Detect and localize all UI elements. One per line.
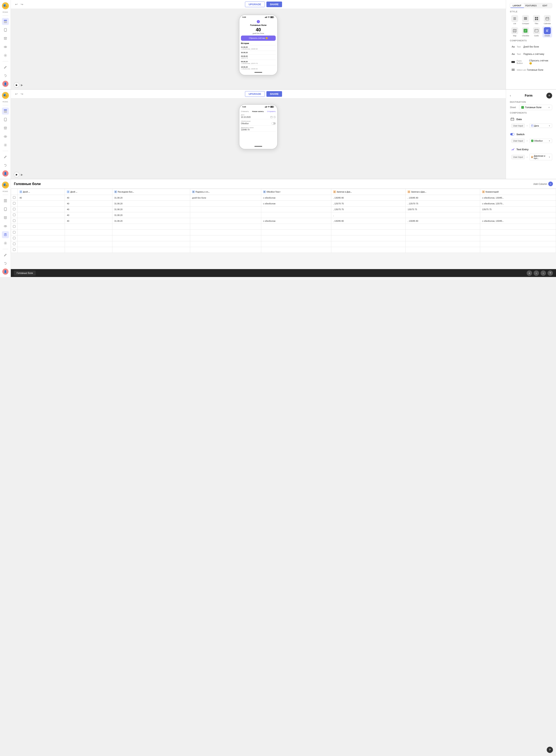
prev-page-button[interactable]: ‹ [533, 270, 539, 276]
user-avatar2[interactable]: 🎭 [2, 92, 9, 99]
tab-label[interactable]: Головные боли [14, 271, 36, 276]
upgrade-button2[interactable]: UPGRADE [245, 91, 265, 97]
cell-6-0[interactable] [18, 230, 65, 235]
col-days2[interactable]: # Дней ... [65, 189, 112, 195]
component-item-3[interactable]: Inline List Головные боли [510, 66, 552, 73]
tab-features1[interactable]: FEATURES [524, 3, 538, 8]
cell-1-0[interactable] [18, 201, 65, 206]
cell-9-4[interactable] [261, 247, 331, 253]
cell-1-2[interactable]: 31.08.20 [112, 201, 190, 206]
sidebar-icon-undo3[interactable] [2, 260, 9, 267]
cell-1-3[interactable] [190, 201, 261, 206]
cell-8-6[interactable] [406, 241, 480, 247]
cell-0-1[interactable]: 40 [65, 195, 112, 201]
cell-4-7[interactable]: с обезболом, 130/85... [480, 218, 556, 224]
row-checkbox-8[interactable] [11, 241, 18, 247]
sidebar-icon-pen3[interactable] [2, 252, 9, 258]
cell-0-3[interactable]: дней без боли [190, 195, 261, 201]
sidebar-icon-pen1[interactable] [2, 64, 9, 71]
table-row[interactable] [11, 247, 556, 253]
cell-7-3[interactable] [190, 235, 261, 241]
cell-4-3[interactable] [190, 218, 261, 224]
cell-5-4[interactable] [261, 224, 331, 230]
redo-button2[interactable]: ↪ [20, 92, 24, 96]
sidebar-icon-eye1[interactable] [2, 43, 9, 51]
cell-0-2[interactable]: 31.08.20 [112, 195, 190, 201]
cell-3-0[interactable] [18, 212, 65, 218]
col-comment[interactable]: A Комментарий [480, 189, 556, 195]
table-row[interactable]: 4031.08.20с обезболом, 130/85 80, 130/85… [11, 218, 556, 224]
cell-6-6[interactable] [406, 230, 480, 235]
style-compact1[interactable]: Compact [521, 14, 530, 25]
sidebar-icon-table3[interactable] [2, 197, 9, 204]
user-avatar3b[interactable]: 👤 [2, 268, 8, 275]
cell-3-2[interactable]: 31.08.20 [112, 212, 190, 218]
play-button2[interactable]: ▶ [14, 172, 19, 177]
row-checkbox-4[interactable] [11, 218, 18, 224]
cell-6-5[interactable] [331, 230, 406, 235]
table-row[interactable]: 4031.08.20, 135/75 75135/75 75135/75 75 [11, 206, 556, 212]
row-checkbox-0[interactable] [11, 195, 18, 201]
cell-5-2[interactable] [112, 224, 190, 230]
cell-3-6[interactable] [406, 212, 480, 218]
cell-5-7[interactable] [480, 224, 556, 230]
sidebar-icon-phone2[interactable] [2, 116, 9, 123]
cell-2-3[interactable] [190, 206, 261, 212]
play-button1[interactable]: ▶ [14, 82, 19, 88]
table-row[interactable]: 4031.08.20, [11, 212, 556, 218]
sidebar-icon-eye3[interactable] [2, 223, 9, 230]
mini-switch[interactable] [271, 122, 276, 125]
cell-6-3[interactable] [190, 230, 261, 235]
component-item-0[interactable]: Aa Text Дней без боли [510, 43, 552, 50]
cell-8-3[interactable] [190, 241, 261, 247]
cell-2-1[interactable]: 40 [65, 206, 112, 212]
component-item-1[interactable]: Aa Text Подпись к счётчику [510, 51, 552, 58]
cell-5-1[interactable] [65, 224, 112, 230]
cell-3-7[interactable] [480, 212, 556, 218]
cell-8-0[interactable] [18, 241, 65, 247]
row-checkbox-5[interactable] [11, 224, 18, 230]
cell-8-4[interactable] [261, 241, 331, 247]
sidebar-icon-pen2[interactable] [2, 153, 9, 160]
user-avatar1b[interactable]: 👤 [2, 81, 8, 87]
sidebar-icon-phone3[interactable] [2, 206, 9, 213]
upgrade-button1[interactable]: UPGRADE [245, 2, 265, 7]
cell-7-4[interactable] [261, 235, 331, 241]
cell-2-4[interactable] [261, 206, 331, 212]
cell-1-5[interactable]: , 125/70 75 [331, 201, 406, 206]
cell-0-7[interactable]: с обезболом, 130/85... [480, 195, 556, 201]
add-column-btn[interactable]: Add Column + [533, 182, 553, 186]
cell-0-5[interactable]: , 130/85 80 [331, 195, 406, 201]
next-page-button[interactable]: › [541, 270, 546, 276]
switch-source[interactable]: User Input [511, 139, 525, 143]
cell-0-4[interactable]: с обезболом [261, 195, 331, 201]
cell-0-0[interactable]: 40 [18, 195, 65, 201]
sidebar-icon-undo1[interactable] [2, 72, 9, 79]
cell-5-6[interactable] [406, 224, 480, 230]
cell-3-5[interactable]: , [331, 212, 406, 218]
form-cancel-text[interactable]: Отменить [241, 110, 249, 112]
user-avatar3[interactable]: 🎭 [2, 182, 9, 189]
table-row[interactable] [11, 230, 556, 235]
cell-1-1[interactable]: 40 [65, 201, 112, 206]
row-checkbox-9[interactable] [11, 247, 18, 253]
style-checklist1[interactable]: ✓ Checklist [521, 27, 530, 37]
cell-8-1[interactable] [65, 241, 112, 247]
table-row[interactable]: 4031.08.20с обезболом, 125/70 75, 125/70… [11, 201, 556, 206]
cell-7-5[interactable] [331, 235, 406, 241]
cell-3-4[interactable] [261, 212, 331, 218]
cell-5-5[interactable] [331, 224, 406, 230]
sheet-select[interactable]: Головные боли ▼ [519, 105, 552, 110]
sidebar-icon-settings3[interactable] [2, 240, 9, 246]
style-cards1[interactable]: Cards [532, 27, 541, 37]
help-button3[interactable]: ? [548, 270, 553, 276]
text-entry-target[interactable]: A Давление и пул... ▼ [529, 154, 552, 160]
style-list1[interactable]: List [510, 14, 520, 25]
cell-5-0[interactable] [18, 224, 65, 230]
cell-2-0[interactable] [18, 206, 65, 212]
switch-target[interactable]: ✓ Обезбол ▼ [529, 139, 552, 143]
user-avatar1[interactable]: 🎭 [2, 2, 9, 9]
sidebar-icon-layers3b[interactable] [2, 231, 9, 238]
cell-7-1[interactable] [65, 235, 112, 241]
col-comma-dav2[interactable]: A Запятая и Дав... [406, 189, 480, 195]
